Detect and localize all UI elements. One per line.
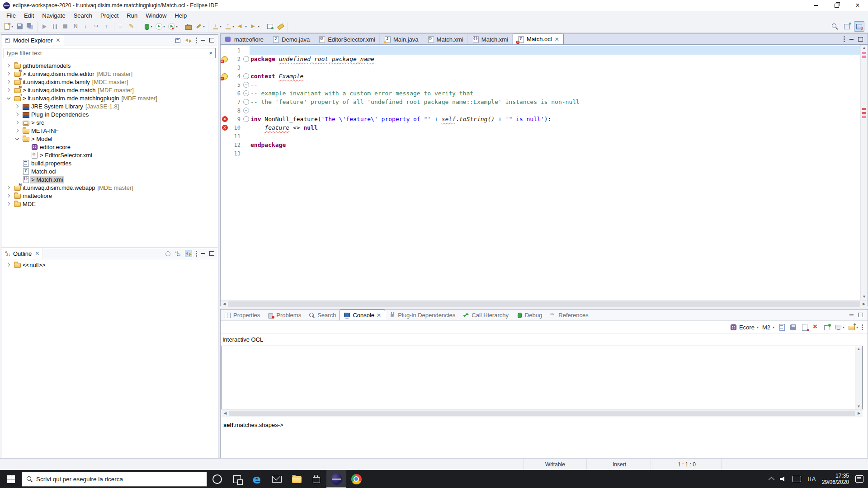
tree-item[interactable]: META-INF xyxy=(1,127,218,135)
save-console-button[interactable] xyxy=(789,324,797,331)
taskbar-app-file-explorer[interactable] xyxy=(287,470,307,488)
console-tab-references[interactable]: References xyxy=(546,310,592,320)
menu-project[interactable]: Project xyxy=(96,11,123,20)
tree-item[interactable]: build.properties xyxy=(1,159,218,167)
java-perspective-button[interactable] xyxy=(854,21,864,32)
debug-terminate-button[interactable] xyxy=(60,21,71,32)
console-horizontal-scrollbar[interactable]: ◀ ▶ xyxy=(222,409,863,417)
fold-collapse-icon[interactable]: - xyxy=(243,56,249,62)
dropdown-arrow-icon[interactable]: ▾ xyxy=(245,24,247,28)
outline-item[interactable]: <<null>> xyxy=(1,261,218,269)
collapse-icon[interactable] xyxy=(14,135,21,142)
tree-item[interactable]: > src xyxy=(1,118,218,127)
save-all-button[interactable] xyxy=(25,21,35,32)
console-vertical-scrollbar[interactable]: ▲ ▼ xyxy=(855,346,862,410)
expand-icon[interactable] xyxy=(14,111,21,118)
expand-icon[interactable] xyxy=(5,192,12,199)
volume-icon[interactable] xyxy=(780,476,786,482)
tree-item[interactable]: MDE xyxy=(1,200,218,208)
view-close-icon[interactable]: ✕ xyxy=(35,250,39,257)
editor-horizontal-scrollbar[interactable]: ◀ ▶ xyxy=(221,300,868,308)
expand-icon[interactable] xyxy=(5,261,12,268)
taskbar-app-eclipse[interactable] xyxy=(326,470,346,488)
export-button[interactable]: ▾ xyxy=(223,21,236,32)
editor-tab-match.ocl[interactable]: ×Match.ocl✕ xyxy=(513,33,564,44)
expand-icon[interactable] xyxy=(14,103,21,110)
taskbar-app-edge[interactable]: e xyxy=(247,470,267,488)
level-select[interactable]: M2 ▾ xyxy=(762,324,774,331)
fold-collapse-icon[interactable]: - xyxy=(243,99,249,105)
fold-collapse-icon[interactable]: - xyxy=(243,116,249,122)
minimize-view-icon[interactable] xyxy=(849,39,854,40)
scroll-right-icon[interactable]: ▶ xyxy=(860,300,868,307)
pin-console-button[interactable] xyxy=(823,324,831,331)
dropdown-arrow-icon[interactable]: ▾ xyxy=(232,24,234,28)
coverage-button[interactable]: ▾ xyxy=(166,21,179,32)
start-button[interactable] xyxy=(0,470,22,488)
expand-icon[interactable] xyxy=(5,70,12,77)
model-explorer-view-tab[interactable]: Model Explorer ✕ xyxy=(1,35,64,46)
language-indicator[interactable]: ITA xyxy=(807,476,816,482)
save-button[interactable] xyxy=(14,21,25,32)
dropdown-arrow-icon[interactable]: ▾ xyxy=(151,24,152,28)
annotation-mark[interactable] xyxy=(862,52,866,54)
menu-run[interactable]: Run xyxy=(123,11,142,20)
run-button[interactable]: ▾ xyxy=(154,21,166,32)
view-menu-icon[interactable] xyxy=(196,38,197,39)
open-perspective-button[interactable] xyxy=(842,21,852,32)
expand-icon[interactable] xyxy=(14,127,21,134)
open-toolbox-button[interactable] xyxy=(183,21,193,32)
dropdown-arrow-icon[interactable]: ▾ xyxy=(258,24,259,28)
ocl-code-editor[interactable]: 12-package undefined_root_package_name34… xyxy=(221,45,868,300)
editor-tab-matteofiore[interactable]: matteofiore xyxy=(221,34,268,44)
menu-file[interactable]: File xyxy=(2,11,20,20)
mark-occurrences-button[interactable] xyxy=(275,21,286,32)
minimize-view-icon[interactable] xyxy=(201,253,205,254)
console-tab-debug[interactable]: Debug xyxy=(512,310,546,320)
minimize-button[interactable] xyxy=(806,0,826,11)
maximize-view-icon[interactable] xyxy=(858,37,863,42)
debug-suspend-button[interactable] xyxy=(50,21,60,32)
console-tab-plug-in-dependencies[interactable]: Plug-in Dependencies xyxy=(385,310,459,320)
editor-tab-editorselector.xmi[interactable]: EditorSelector.xmi xyxy=(314,34,380,44)
console-tab-problems[interactable]: Problems xyxy=(264,310,305,320)
show-hidden-icons-icon[interactable] xyxy=(769,477,774,483)
dropdown-arrow-icon[interactable]: ▾ xyxy=(176,24,178,28)
editor-vertical-scrollbar[interactable]: ▲ ▼ xyxy=(860,45,868,300)
forward-button[interactable]: ▾ xyxy=(248,21,261,32)
tree-item[interactable]: Plug-in Dependencies xyxy=(1,110,218,118)
fold-collapse-icon[interactable]: - xyxy=(243,90,249,96)
search-button[interactable] xyxy=(830,21,840,32)
taskbar-app-store[interactable] xyxy=(307,470,326,488)
tree-item[interactable]: it.univaq.disim.mde.family[MDE master] xyxy=(1,78,218,86)
pin-editor-button[interactable] xyxy=(265,21,275,32)
tree-item[interactable]: > it.univaq.disim.mde.editor[MDE master] xyxy=(1,70,218,78)
clear-filter-icon[interactable]: × xyxy=(209,50,212,56)
import-button[interactable]: ▾ xyxy=(210,21,223,32)
new-wizard-button[interactable]: ▾ xyxy=(2,21,14,32)
outline-view-tab[interactable]: Outline ✕ xyxy=(1,248,43,259)
format-brush-button[interactable]: ▾ xyxy=(193,21,206,32)
close-button[interactable]: × xyxy=(847,0,868,11)
dropdown-arrow-icon[interactable]: ▾ xyxy=(220,24,222,28)
step-over-button[interactable] xyxy=(91,21,102,32)
annotation-mark[interactable] xyxy=(862,108,866,110)
filter-input[interactable]: type filter text × xyxy=(4,48,216,58)
annotation-mark[interactable] xyxy=(862,112,866,114)
debug-disconnect-button[interactable] xyxy=(71,21,81,32)
editor-tab-demo.java[interactable]: Demo.java xyxy=(268,34,314,44)
warning-marker-icon[interactable] xyxy=(222,73,228,80)
annotation-mark[interactable] xyxy=(862,56,866,58)
scroll-down-icon[interactable]: ▼ xyxy=(855,404,862,410)
minimize-view-icon[interactable] xyxy=(849,314,854,315)
new-file-button[interactable] xyxy=(778,324,786,331)
editor-tab-match.xmi[interactable]: Match.xmi xyxy=(468,34,513,44)
debug-button[interactable]: ▾ xyxy=(141,21,154,32)
view-menu-icon[interactable] xyxy=(844,36,845,38)
expand-icon[interactable] xyxy=(5,200,12,207)
annotation-mark[interactable] xyxy=(862,116,866,118)
fold-collapse-icon[interactable]: - xyxy=(243,73,249,79)
focus-icon[interactable] xyxy=(165,250,171,257)
menu-window[interactable]: Window xyxy=(142,11,170,20)
tree-item[interactable]: > Model xyxy=(1,135,218,143)
